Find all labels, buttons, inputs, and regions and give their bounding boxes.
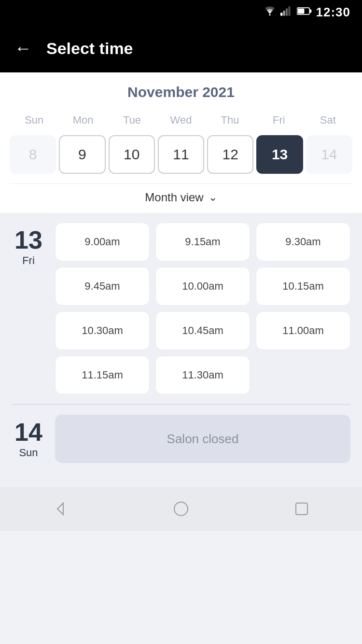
- app-header: ← Select time: [0, 24, 362, 72]
- status-bar: 12:30: [0, 0, 362, 24]
- time-slot-945[interactable]: 9.45am: [55, 267, 150, 306]
- time-slot-1130[interactable]: 11.30am: [155, 356, 250, 394]
- svg-rect-3: [285, 9, 287, 16]
- day-name-13: Fri: [22, 254, 35, 267]
- time-slot-1100[interactable]: 11.00am: [256, 311, 350, 350]
- day-number-13: 13: [14, 227, 42, 252]
- svg-rect-6: [297, 9, 304, 14]
- date-8: 8: [10, 135, 56, 174]
- closed-text: Salon closed: [167, 432, 239, 447]
- calendar-section: November 2021 Sun Mon Tue Wed Thu Fri Sa…: [0, 72, 362, 213]
- weekday-wed: Wed: [156, 110, 205, 130]
- section-divider: [12, 404, 350, 405]
- date-14: 14: [306, 135, 352, 174]
- chevron-down-icon: ⌄: [209, 191, 217, 204]
- svg-point-0: [269, 14, 270, 15]
- date-13[interactable]: 13: [256, 135, 303, 174]
- svg-rect-10: [296, 503, 307, 515]
- weekday-thu: Thu: [206, 110, 254, 130]
- time-slot-900[interactable]: 9.00am: [55, 223, 150, 261]
- day-label-14: 14 Sun: [12, 415, 45, 463]
- battery-icon: [297, 6, 312, 18]
- time-slot-930[interactable]: 9.30am: [256, 223, 350, 261]
- month-view-toggle[interactable]: Month view ⌄: [10, 183, 352, 213]
- nav-recent-button[interactable]: [293, 500, 310, 518]
- date-row: 8 9 10 11 12 13 14: [10, 135, 352, 183]
- time-slot-1115[interactable]: 11.15am: [55, 356, 150, 394]
- time-slot-1015[interactable]: 10.15am: [256, 267, 350, 306]
- time-section: 13 Fri 9.00am 9.15am 9.30am 9.45am 10.00…: [0, 213, 362, 487]
- day-number-14: 14: [14, 420, 42, 445]
- date-11[interactable]: 11: [158, 135, 204, 174]
- svg-rect-4: [288, 6, 290, 16]
- time-slot-1000[interactable]: 10.00am: [155, 267, 250, 306]
- weekday-sat: Sat: [304, 110, 352, 130]
- date-12[interactable]: 12: [207, 135, 253, 174]
- wifi-icon: [263, 6, 277, 18]
- month-title: November 2021: [10, 84, 352, 100]
- weekday-row: Sun Mon Tue Wed Thu Fri Sat: [10, 110, 352, 130]
- month-view-label: Month view: [145, 191, 203, 204]
- svg-rect-2: [283, 11, 285, 16]
- svg-rect-7: [309, 10, 311, 13]
- signal-icon: [280, 6, 293, 18]
- time-grid-13: 9.00am 9.15am 9.30am 9.45am 10.00am 10.1…: [55, 223, 350, 394]
- day-label-13: 13 Fri: [12, 223, 45, 394]
- weekday-mon: Mon: [58, 110, 107, 130]
- back-button[interactable]: ←: [14, 40, 32, 57]
- status-icons: 12:30: [263, 5, 351, 20]
- nav-back-button[interactable]: [52, 500, 69, 518]
- day-block-14: 14 Sun Salon closed: [12, 415, 350, 463]
- page-title: Select time: [46, 39, 133, 58]
- svg-rect-1: [280, 13, 282, 16]
- closed-block: Salon closed: [55, 415, 350, 463]
- day-name-14: Sun: [19, 447, 38, 459]
- day-block-13: 13 Fri 9.00am 9.15am 9.30am 9.45am 10.00…: [12, 223, 350, 394]
- status-time: 12:30: [316, 5, 351, 20]
- nav-home-button[interactable]: [172, 500, 190, 518]
- bottom-nav: [0, 487, 362, 531]
- time-slot-915[interactable]: 9.15am: [155, 223, 250, 261]
- time-slot-1045[interactable]: 10.45am: [155, 311, 250, 350]
- time-slot-1030[interactable]: 10.30am: [55, 311, 150, 350]
- svg-marker-8: [57, 503, 63, 515]
- weekday-sun: Sun: [10, 110, 58, 130]
- weekday-fri: Fri: [254, 110, 303, 130]
- svg-point-9: [174, 502, 188, 516]
- weekday-tue: Tue: [108, 110, 156, 130]
- date-10[interactable]: 10: [109, 135, 155, 174]
- date-9[interactable]: 9: [59, 135, 105, 174]
